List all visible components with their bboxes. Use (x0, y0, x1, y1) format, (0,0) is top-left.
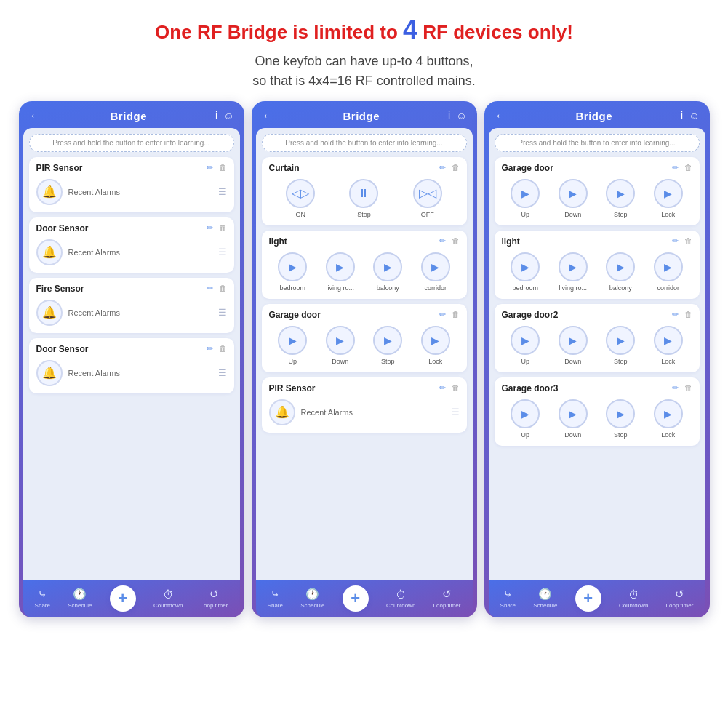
footer-item-1-2[interactable]: 🕐 Schedule (68, 588, 92, 609)
menu-icon-1[interactable]: ☺ (223, 110, 233, 121)
ctrl-btn-3-2-1[interactable]: ▶ (511, 252, 540, 281)
footer-item-3-2[interactable]: 🕐 Schedule (533, 588, 557, 609)
delete-icon-1-1[interactable]: 🗑 (219, 163, 227, 172)
footer-item-2-2[interactable]: 🕐 Schedule (300, 588, 324, 609)
subtitle-line1: One keyfob can have up-to 4 buttons, (255, 54, 473, 68)
delete-icon-2-2[interactable]: 🗑 (452, 236, 460, 246)
edit-icon-2-3[interactable]: ✏ (439, 310, 446, 319)
delete-icon-3-1[interactable]: 🗑 (684, 163, 692, 172)
delete-icon-3-4[interactable]: 🗑 (684, 383, 692, 393)
ctrl-label-3-4-2: Down (564, 431, 581, 439)
ctrl-btn-3-3-3[interactable]: ▶ (606, 326, 635, 355)
footer-item-1-5[interactable]: ↺ Loop timer (201, 588, 228, 609)
device-header-3-4: Garage door3 ✏ 🗑 (502, 383, 692, 393)
control-item-3-4-1: ▶ Up (511, 399, 540, 439)
ctrl-btn-2-1-3[interactable]: ▷◁ (413, 179, 442, 208)
delete-icon-1-3[interactable]: 🗑 (219, 284, 227, 293)
list-icon-2-4[interactable]: ☰ (451, 407, 460, 417)
delete-icon-1-2[interactable]: 🗑 (219, 223, 227, 233)
ctrl-btn-2-3-1[interactable]: ▶ (278, 326, 307, 355)
footer-item-2-5[interactable]: ↺ Loop timer (433, 588, 461, 609)
ctrl-btn-3-1-1[interactable]: ▶ (511, 179, 540, 208)
edit-icon-2-2[interactable]: ✏ (439, 236, 446, 246)
device-name-3-2: light (502, 236, 520, 247)
ctrl-btn-3-2-4[interactable]: ▶ (654, 252, 683, 281)
list-icon-1-4[interactable]: ☰ (218, 367, 227, 378)
ctrl-btn-2-1-1[interactable]: ◁▷ (286, 179, 315, 208)
controls-row-2-1: ◁▷ ON ⏸ Stop ▷◁ OFF (269, 179, 460, 218)
footer-label-2-2: Schedule (300, 602, 324, 609)
edit-icon-2-4[interactable]: ✏ (439, 383, 446, 393)
delete-icon-1-4[interactable]: 🗑 (219, 344, 227, 353)
device-card-2-1: Curtain ✏ 🗑 ◁▷ ON ⏸ Stop (262, 157, 467, 225)
device-actions-3-3: ✏ 🗑 (672, 310, 692, 319)
ctrl-btn-2-2-3[interactable]: ▶ (373, 252, 402, 281)
edit-icon-3-4[interactable]: ✏ (672, 383, 679, 393)
delete-icon-2-4[interactable]: 🗑 (452, 383, 460, 393)
learn-button-2[interactable]: Press and hold the button to enter into … (262, 134, 467, 152)
menu-icon-3[interactable]: ☺ (689, 110, 699, 121)
ctrl-btn-3-2-3[interactable]: ▶ (606, 252, 635, 281)
ctrl-btn-3-4-4[interactable]: ▶ (654, 399, 683, 428)
footer-label-1-4: Countdown (153, 602, 183, 609)
footer-item-3-5[interactable]: ↺ Loop timer (666, 588, 694, 609)
device-actions-2-2: ✏ 🗑 (439, 236, 460, 246)
ctrl-btn-2-3-4[interactable]: ▶ (421, 326, 450, 355)
learn-button-1[interactable]: Press and hold the button to enter into … (29, 134, 234, 152)
delete-icon-3-2[interactable]: 🗑 (684, 236, 692, 246)
edit-icon-1-1[interactable]: ✏ (207, 163, 213, 172)
ctrl-btn-3-4-3[interactable]: ▶ (606, 399, 635, 428)
list-icon-1-3[interactable]: ☰ (218, 307, 227, 318)
learn-button-3[interactable]: Press and hold the button to enter into … (495, 134, 700, 152)
ctrl-btn-2-1-2[interactable]: ⏸ (349, 179, 378, 208)
ctrl-btn-2-2-1[interactable]: ▶ (278, 252, 307, 281)
delete-icon-2-3[interactable]: 🗑 (452, 310, 460, 319)
list-icon-1-1[interactable]: ☰ (218, 186, 227, 197)
info-icon-3[interactable]: i (681, 110, 683, 121)
menu-icon-2[interactable]: ☺ (456, 110, 466, 121)
footer-item-1-4[interactable]: ⏱ Countdown (153, 588, 183, 609)
edit-icon-3-2[interactable]: ✏ (672, 236, 679, 246)
footer-item-2-4[interactable]: ⏱ Countdown (386, 588, 415, 609)
footer-item-2-1[interactable]: ⤷ Share (268, 588, 283, 609)
ctrl-btn-3-1-3[interactable]: ▶ (606, 179, 635, 208)
ctrl-btn-3-4-1[interactable]: ▶ (511, 399, 540, 428)
edit-icon-2-1[interactable]: ✏ (439, 163, 446, 172)
list-icon-1-2[interactable]: ☰ (218, 247, 227, 257)
footer-item-3-4[interactable]: ⏱ Countdown (619, 588, 648, 609)
ctrl-label-2-1-2: Stop (357, 211, 371, 218)
device-actions-3-1: ✏ 🗑 (672, 163, 692, 172)
edit-icon-1-2[interactable]: ✏ (207, 223, 213, 233)
ctrl-btn-3-2-2[interactable]: ▶ (559, 252, 588, 281)
delete-icon-3-3[interactable]: 🗑 (684, 310, 692, 319)
ctrl-btn-2-2-2[interactable]: ▶ (326, 252, 355, 281)
ctrl-btn-3-3-4[interactable]: ▶ (654, 326, 683, 355)
ctrl-btn-3-4-2[interactable]: ▶ (559, 399, 588, 428)
device-name-1-1: PIR Sensor (36, 163, 83, 173)
back-arrow-3[interactable]: ← (495, 108, 508, 124)
add-button-2[interactable]: + (343, 585, 369, 612)
footer-item-3-1[interactable]: ⤷ Share (500, 588, 516, 609)
add-button-1[interactable]: + (110, 585, 136, 612)
ctrl-btn-3-1-4[interactable]: ▶ (654, 179, 683, 208)
edit-icon-3-3[interactable]: ✏ (672, 310, 679, 319)
footer-item-1-1[interactable]: ⤷ Share (35, 588, 50, 609)
ctrl-btn-3-1-2[interactable]: ▶ (559, 179, 588, 208)
ctrl-btn-2-3-2[interactable]: ▶ (326, 326, 355, 355)
big-number: 4 (403, 15, 417, 44)
edit-icon-1-4[interactable]: ✏ (207, 344, 213, 353)
ctrl-btn-2-3-3[interactable]: ▶ (373, 326, 402, 355)
control-item-2-1-2: ⏸ Stop (349, 179, 378, 218)
back-arrow-1[interactable]: ← (29, 108, 42, 124)
info-icon-2[interactable]: i (448, 110, 450, 121)
delete-icon-2-1[interactable]: 🗑 (452, 163, 460, 172)
edit-icon-1-3[interactable]: ✏ (207, 284, 213, 293)
add-button-3[interactable]: + (575, 585, 601, 612)
ctrl-btn-2-2-4[interactable]: ▶ (421, 252, 450, 281)
info-icon-1[interactable]: i (215, 110, 217, 121)
edit-icon-3-1[interactable]: ✏ (672, 163, 679, 172)
back-arrow-2[interactable]: ← (262, 108, 275, 124)
ctrl-btn-3-3-1[interactable]: ▶ (511, 326, 540, 355)
phone-footer-3: ⤷ Share 🕐 Schedule + ⏱ Countdown ↺ Loop (489, 580, 705, 617)
ctrl-btn-3-3-2[interactable]: ▶ (559, 326, 588, 355)
